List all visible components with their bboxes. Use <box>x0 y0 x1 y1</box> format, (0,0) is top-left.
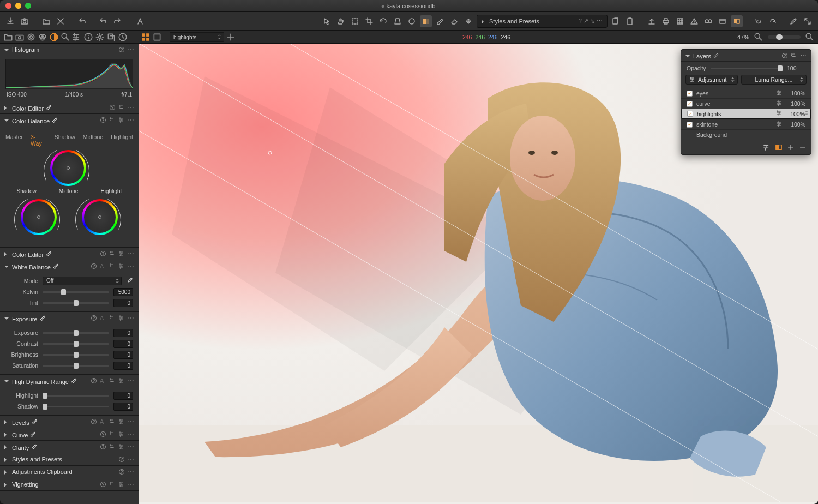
eraser-icon[interactable] <box>448 15 460 27</box>
remove-layer-icon[interactable] <box>799 143 807 151</box>
cb-tab-3way[interactable]: 3-Way <box>31 134 47 147</box>
lens-tab-icon[interactable] <box>26 32 36 42</box>
zoom-slider[interactable] <box>768 35 801 39</box>
folder-icon[interactable] <box>40 15 52 27</box>
color-balance-header[interactable]: Color Balance <box>0 114 139 126</box>
vignetting-header[interactable]: Vignetting <box>0 478 139 490</box>
adjustments-clipboard-header[interactable]: Adjustments Clipboard <box>0 466 139 478</box>
selection-icon[interactable] <box>349 15 361 27</box>
layer-visible-checkbox[interactable] <box>687 122 693 128</box>
contrast-slider[interactable] <box>43 343 109 345</box>
hdr-shadow-slider[interactable] <box>43 406 109 407</box>
capture-tab-icon[interactable] <box>15 32 25 42</box>
spot-icon[interactable] <box>406 15 418 27</box>
cb-tab-highlight[interactable]: Highlight <box>111 134 133 147</box>
exposure-slider[interactable] <box>43 332 109 334</box>
mask-gradient-icon[interactable] <box>775 143 783 151</box>
hdr-header[interactable]: High Dynamic Range A <box>0 375 139 387</box>
color-tab-icon[interactable] <box>38 32 47 42</box>
layer-visible-checkbox[interactable] <box>687 111 693 117</box>
print-icon[interactable] <box>660 15 672 27</box>
zoom-100-icon[interactable] <box>805 32 815 42</box>
saturation-slider[interactable] <box>43 365 109 367</box>
levels-header[interactable]: Levels A <box>0 416 139 428</box>
quick-tab-icon[interactable] <box>118 32 128 42</box>
opacity-value[interactable]: 100 <box>787 65 805 71</box>
brush-icon[interactable] <box>434 15 446 27</box>
undo-icon[interactable] <box>76 15 88 27</box>
layers-panel-header[interactable]: Layers <box>681 50 811 62</box>
styles-presets-dropdown[interactable]: Styles and Presets ? ↗ ↘ ⋯ <box>477 15 608 28</box>
layer-row-skintone[interactable]: skintone 100% <box>681 119 811 129</box>
color-editor-header[interactable]: Color Editor <box>0 101 139 113</box>
variant-select[interactable]: highlights <box>170 32 224 42</box>
import-icon[interactable] <box>4 15 16 27</box>
window-zoom-button[interactable] <box>25 3 31 9</box>
details-tab-icon[interactable] <box>61 32 70 42</box>
heal-icon[interactable] <box>462 15 474 27</box>
reset-icon[interactable] <box>753 15 765 27</box>
wb-tint-slider[interactable] <box>43 302 109 304</box>
settings-tab-icon[interactable] <box>95 32 105 42</box>
delete-icon[interactable] <box>55 15 67 27</box>
color-editor-2-header[interactable]: Color Editor <box>0 248 139 260</box>
eyedropper-icon[interactable] <box>126 277 133 285</box>
layer-type-select[interactable]: Adjustment <box>685 75 738 85</box>
luma-range-button[interactable]: Luma Range... <box>741 75 807 85</box>
brightness-slider[interactable] <box>43 354 109 356</box>
window-close-button[interactable] <box>5 3 11 9</box>
proof-icon[interactable] <box>717 15 729 27</box>
wb-kelvin-slider[interactable] <box>43 291 109 293</box>
exposure-tab-icon[interactable] <box>49 32 59 42</box>
add-variant-icon[interactable] <box>226 32 236 42</box>
wb-tint-value[interactable]: 0 <box>113 299 133 307</box>
focus-mask-icon[interactable] <box>702 15 714 27</box>
adjust-tab-icon[interactable] <box>72 32 82 42</box>
wb-mode-select[interactable]: Off <box>43 277 122 285</box>
layer-visible-checkbox[interactable] <box>687 91 693 97</box>
metadata-tab-icon[interactable] <box>83 32 93 42</box>
undo2-icon[interactable] <box>97 15 109 27</box>
grid-view-icon[interactable] <box>141 32 151 42</box>
clarity-header[interactable]: Clarity <box>0 441 139 453</box>
layer-row-highlights[interactable]: highlights 100% <box>681 109 811 119</box>
histogram-header[interactable]: Histogram <box>0 44 139 56</box>
zoom-fit-icon[interactable] <box>754 32 763 42</box>
add-layer-icon[interactable] <box>787 143 795 151</box>
grid-icon[interactable] <box>674 15 686 27</box>
batch-tab-icon[interactable] <box>106 32 116 42</box>
library-tab-icon[interactable] <box>3 32 13 42</box>
curve-header[interactable]: Curve <box>0 428 139 440</box>
wb-kelvin-value[interactable]: 5000 <box>113 288 133 296</box>
opacity-slider[interactable] <box>711 68 783 69</box>
gradient-mask-icon[interactable] <box>420 15 432 27</box>
styles-header[interactable]: Styles and Presets <box>0 453 139 465</box>
image-viewer[interactable]: Layers Opacity 100 Adjustment Luma Range… <box>139 44 818 504</box>
layer-visible-checkbox[interactable] <box>687 101 693 107</box>
mask-preset-icon[interactable] <box>763 143 771 151</box>
cursor-icon[interactable] <box>321 15 333 27</box>
white-balance-header[interactable]: White Balance A <box>0 260 139 272</box>
edit-icon[interactable] <box>787 15 799 27</box>
layer-row-curve[interactable]: curve 100% <box>681 98 811 109</box>
rotate-icon[interactable] <box>377 15 389 27</box>
maximize-icon[interactable] <box>802 15 814 27</box>
layer-row-background[interactable]: Background <box>681 129 811 140</box>
cb-tab-master[interactable]: Master <box>5 134 23 147</box>
copy-adjustments-icon[interactable] <box>610 15 622 27</box>
single-view-icon[interactable] <box>152 32 162 42</box>
annotate-text-icon[interactable] <box>134 15 146 27</box>
hand-icon[interactable] <box>335 15 347 27</box>
cb-tab-shadow[interactable]: Shadow <box>55 134 75 147</box>
layer-row-eyes[interactable]: eyes 100% <box>681 88 811 98</box>
warning-icon[interactable] <box>688 15 700 27</box>
redo-icon[interactable] <box>111 15 123 27</box>
keystone-icon[interactable] <box>392 15 404 27</box>
exposure-header[interactable]: Exposure A <box>0 312 139 324</box>
cb-tab-midtone[interactable]: Midtone <box>83 134 103 147</box>
paste-adjustments-icon[interactable] <box>624 15 636 27</box>
compare-icon[interactable] <box>731 15 743 27</box>
window-minimize-button[interactable] <box>15 3 21 9</box>
reset-all-icon[interactable] <box>767 15 779 27</box>
crop-icon[interactable] <box>363 15 375 27</box>
